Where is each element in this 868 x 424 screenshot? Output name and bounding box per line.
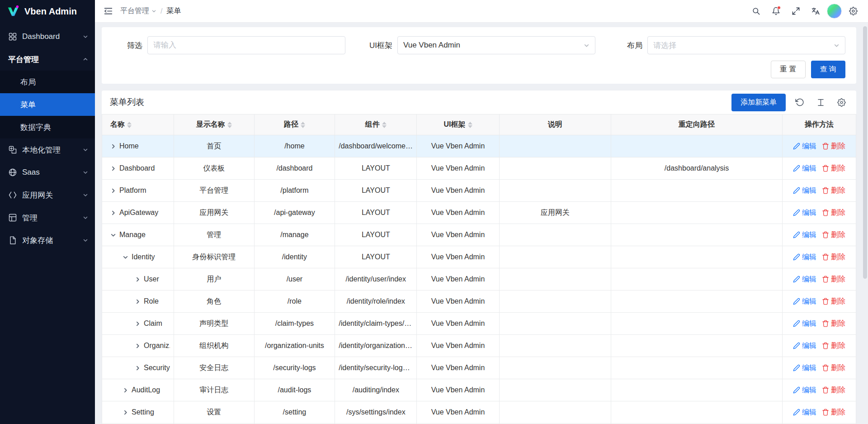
search-button[interactable]: 查 询 <box>811 61 845 78</box>
chevron-right-icon[interactable] <box>110 166 116 172</box>
chevron-right-icon[interactable] <box>110 188 116 194</box>
sort-icon[interactable] <box>468 122 472 128</box>
edit-button[interactable]: 编辑 <box>793 186 816 195</box>
table-row[interactable]: Setting设置/setting/sys/settings/indexVue … <box>102 401 856 424</box>
table-row[interactable]: Home首页/home/dashboard/welcome/in...Vue V… <box>102 135 856 157</box>
column-header-framework[interactable]: UI框架 <box>417 114 499 135</box>
sidebar-item-manage[interactable]: 管理 <box>0 206 95 229</box>
framework-select[interactable]: Vue Vben Admin <box>397 36 595 54</box>
edit-label: 编辑 <box>802 142 816 151</box>
delete-button[interactable]: 删除 <box>822 142 845 151</box>
chevron-right-icon[interactable] <box>123 387 128 393</box>
reset-button[interactable]: 重 置 <box>771 61 805 78</box>
settings-icon[interactable] <box>844 3 862 20</box>
table-row[interactable]: Organiz...组织机构/organization-units/identi… <box>102 335 856 357</box>
table-row[interactable]: ApiGateway应用网关/api-gatewayLAYOUTVue Vben… <box>102 202 856 224</box>
table-row[interactable]: Claim声明类型/claim-types/identity/claim-typ… <box>102 313 856 335</box>
logo[interactable]: Vben Admin <box>0 0 95 23</box>
sort-icon[interactable] <box>301 122 305 128</box>
column-header-description[interactable]: 说明 <box>499 114 611 135</box>
table-row[interactable]: User用户/user/identity/user/indexVue Vben … <box>102 268 856 291</box>
delete-button[interactable]: 删除 <box>822 408 845 417</box>
chevron-right-icon[interactable] <box>135 321 141 327</box>
chevron-down-icon[interactable] <box>123 254 128 260</box>
chevron-right-icon[interactable] <box>135 365 141 371</box>
sidebar-item-storage[interactable]: 对象存储 <box>0 229 95 252</box>
table-row[interactable]: Identity身份标识管理/identityLAYOUTVue Vben Ad… <box>102 246 856 268</box>
edit-button[interactable]: 编辑 <box>793 408 816 417</box>
delete-button[interactable]: 删除 <box>822 297 845 306</box>
table-row[interactable]: Dashboard仪表板/dashboardLAYOUTVue Vben Adm… <box>102 157 856 180</box>
edit-button[interactable]: 编辑 <box>793 275 816 284</box>
chevron-right-icon[interactable] <box>135 343 141 349</box>
add-menu-button[interactable]: 添加新菜单 <box>731 94 786 111</box>
sort-icon[interactable] <box>382 122 387 128</box>
edit-button[interactable]: 编辑 <box>793 142 816 151</box>
vertical-scrollbar[interactable] <box>863 24 867 423</box>
delete-button[interactable]: 删除 <box>822 186 845 195</box>
column-header-redirect[interactable]: 重定向路径 <box>611 114 782 135</box>
column-header-name[interactable]: 名称 <box>102 114 174 135</box>
edit-button[interactable]: 编辑 <box>793 164 816 173</box>
delete-button[interactable]: 删除 <box>822 275 845 284</box>
sidebar-subitem-layout[interactable]: 布局 <box>0 71 95 93</box>
table-row[interactable]: AuditLog审计日志/audit-logs/auditing/indexVu… <box>102 379 856 401</box>
avatar[interactable] <box>827 4 842 19</box>
edit-button[interactable]: 编辑 <box>793 252 816 262</box>
settings-icon[interactable] <box>835 95 848 109</box>
breadcrumb-root[interactable]: 平台管理 <box>120 6 156 16</box>
column-header-actions[interactable]: 操作方法 <box>783 114 856 135</box>
refresh-icon[interactable] <box>793 95 807 109</box>
delete-button[interactable]: 删除 <box>822 363 845 373</box>
chevron-down-icon[interactable] <box>110 232 116 238</box>
edit-button[interactable]: 编辑 <box>793 319 816 329</box>
sidebar-fold-icon[interactable] <box>99 3 117 20</box>
sidebar-subitem-menu[interactable]: 菜单 <box>0 93 95 116</box>
table-row[interactable]: Security...安全日志/security-logs/identity/s… <box>102 357 856 379</box>
delete-button[interactable]: 删除 <box>822 164 845 173</box>
chevron-right-icon[interactable] <box>123 410 128 415</box>
sidebar-item-gateway[interactable]: 应用网关 <box>0 184 95 206</box>
delete-button[interactable]: 删除 <box>822 252 845 262</box>
column-header-display-name[interactable]: 显示名称 <box>174 114 254 135</box>
sidebar-item-saas[interactable]: Saas <box>0 161 95 184</box>
delete-button[interactable]: 删除 <box>822 319 845 329</box>
chevron-right-icon[interactable] <box>135 299 141 305</box>
edit-button[interactable]: 编辑 <box>793 230 816 240</box>
sidebar-item-platform[interactable]: 平台管理 <box>0 48 95 71</box>
translate-icon[interactable] <box>807 3 824 20</box>
name-cell: ApiGateway <box>110 209 170 217</box>
sidebar-subitem-dictionary[interactable]: 数据字典 <box>0 116 95 138</box>
edit-button[interactable]: 编辑 <box>793 297 816 306</box>
column-header-path[interactable]: 路径 <box>254 114 335 135</box>
table-row[interactable]: Platform平台管理/platformLAYOUTVue Vben Admi… <box>102 180 856 202</box>
delete-button[interactable]: 删除 <box>822 341 845 351</box>
sidebar-item-dashboard[interactable]: Dashboard <box>0 25 95 48</box>
sort-icon[interactable] <box>227 122 232 128</box>
fullscreen-icon[interactable] <box>787 3 804 20</box>
edit-button[interactable]: 编辑 <box>793 363 816 373</box>
chevron-right-icon[interactable] <box>110 210 116 216</box>
row-height-icon[interactable] <box>814 95 827 109</box>
layout-select[interactable]: 请选择 <box>647 36 845 54</box>
chevron-right-icon[interactable] <box>110 143 116 149</box>
sidebar-item-localization[interactable]: 本地化管理 <box>0 138 95 161</box>
edit-label: 编辑 <box>802 164 816 173</box>
edit-button[interactable]: 编辑 <box>793 386 816 395</box>
search-icon[interactable] <box>747 3 764 20</box>
edit-button[interactable]: 编辑 <box>793 341 816 351</box>
notification-icon[interactable] <box>767 3 784 20</box>
column-header-component[interactable]: 组件 <box>335 114 417 135</box>
edit-button[interactable]: 编辑 <box>793 208 816 218</box>
delete-label: 删除 <box>831 252 845 262</box>
delete-button[interactable]: 删除 <box>822 208 845 218</box>
keyword-input[interactable] <box>153 41 340 50</box>
delete-button[interactable]: 删除 <box>822 230 845 240</box>
edit-label: 编辑 <box>802 297 816 306</box>
delete-button[interactable]: 删除 <box>822 386 845 395</box>
sort-icon[interactable] <box>127 122 132 128</box>
chevron-right-icon[interactable] <box>135 276 141 282</box>
scrollbar-thumb[interactable] <box>863 26 867 279</box>
table-row[interactable]: Manage管理/manageLAYOUTVue Vben Admin编辑删除 <box>102 224 856 246</box>
table-row[interactable]: Role角色/role/identity/role/indexVue Vben … <box>102 291 856 313</box>
